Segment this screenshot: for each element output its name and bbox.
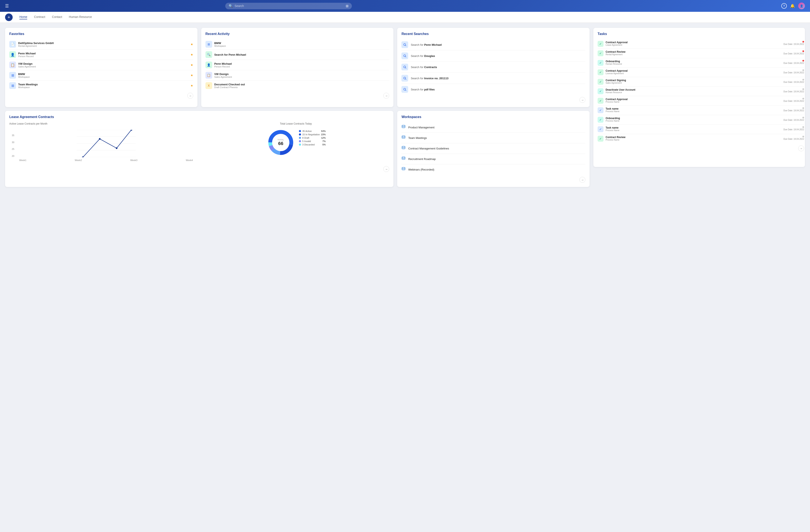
legend-pct: 5% (322, 143, 326, 146)
task-check-icon: ✓ (598, 136, 603, 142)
favorites-list-item[interactable]: 📋 VW Design Sales Agreement ★ (9, 60, 193, 70)
task-right: Due Date: 19.04.2022 (783, 69, 804, 74)
activity-list-item[interactable]: 👤 Penn Michael Person Record (206, 60, 389, 70)
task-list-item[interactable]: ✓ Task name Process Name Due Date: 19.04… (598, 124, 804, 134)
search-list-item[interactable]: Search for Douglas (401, 50, 585, 62)
activity-more-button[interactable]: → (383, 93, 389, 99)
task-right: Due Date: 19.04.2022 (783, 98, 804, 102)
svg-point-0 (404, 44, 406, 46)
donut-chart: TOTAL 66 (266, 128, 295, 157)
workspace-list-item[interactable]: Product Management (401, 122, 585, 133)
favorites-list-item[interactable]: ⊞ BMW Workspace ★ (9, 70, 193, 81)
search-item-icon (401, 86, 408, 93)
task-due-date: Due Date: 19.04.2022 (783, 119, 804, 121)
help-icon[interactable]: ? (781, 3, 787, 9)
favorites-list-item[interactable]: 📄 DellOptima Services GmbH Rental Agreem… (9, 39, 193, 50)
task-list-item[interactable]: ✓ Contract Approval License Agreement Du… (598, 68, 804, 77)
searches-more-button[interactable]: → (580, 97, 585, 103)
legend-dot (299, 133, 301, 135)
search-list-item[interactable]: Search for Penn Michael (401, 39, 585, 50)
task-due-date: Due Date: 19.04.2022 (783, 71, 804, 74)
fav-icon: ⊞ (9, 72, 16, 79)
nav-tab-human-resource[interactable]: Human Resource (69, 15, 92, 19)
task-body: Onboarding Process Name (605, 117, 781, 122)
avatar[interactable]: 👤 (798, 2, 805, 9)
recent-activity-title: Recent Activity (206, 32, 389, 36)
task-due-date: Due Date: 19.04.2022 (783, 52, 804, 55)
tasks-list: ✓ Contract Approval Lease Agreement Due … (598, 39, 804, 143)
task-list-item[interactable]: ✓ Contract Approval Lease Agreement Due … (598, 39, 804, 49)
lease-card: Lease Agreement Contracts Active Lease C… (5, 111, 393, 187)
task-due-date: Due Date: 19.04.2022 (783, 43, 804, 45)
search-list-item[interactable]: Search for Contracts (401, 62, 585, 73)
workspace-list-item[interactable]: Recruitment Roadmap (401, 154, 585, 164)
nav-tab-contract[interactable]: Contract (34, 15, 45, 19)
search-list-item[interactable]: Search for pdf files (401, 84, 585, 95)
legend-dot (299, 130, 301, 132)
task-sub: Process Name (605, 129, 781, 132)
activity-text: Penn Michael Person Record (214, 62, 232, 68)
workspace-stack-icon (401, 146, 406, 151)
favorites-more-button[interactable]: → (187, 93, 193, 99)
activity-text: BMW Workspace (214, 41, 226, 47)
search-list-item[interactable]: Search for Invoice no. 201113 (401, 73, 585, 84)
task-right: Due Date: 19.04.2022 (783, 136, 804, 140)
search-icon: 🔍 (229, 4, 233, 8)
fav-sub: Rental Agreement (18, 45, 188, 47)
search-item-icon (401, 52, 408, 59)
task-name: Task name (605, 107, 781, 110)
donut-total-label: TOTAL (278, 139, 284, 141)
task-sub: Process Name (605, 101, 781, 103)
legend-dot (299, 140, 301, 142)
filter-icon[interactable]: ⊞ (346, 4, 349, 8)
activity-sub: Sales Agreement (214, 76, 232, 78)
workspace-list-item[interactable]: Team Meetings (401, 133, 585, 143)
tasks-more-button[interactable]: → (798, 146, 804, 151)
favorites-list: 📄 DellOptima Services GmbH Rental Agreem… (9, 39, 193, 90)
activity-name: BMW (214, 41, 226, 45)
activity-list-item[interactable]: X Document Checked out Draft Contract Ph… (206, 81, 389, 90)
header: ☰ 🔍 ⊞ ? 🔔 👤 (0, 0, 810, 12)
task-list-item[interactable]: ✓ Contract Approval Process Name Due Dat… (598, 96, 804, 105)
task-list-item[interactable]: ✓ Task name Process Name Due Date: 19.04… (598, 105, 804, 115)
task-check-icon: ✓ (598, 79, 603, 85)
task-status-dot (803, 60, 804, 62)
activity-list-item[interactable]: 🔍 Search for Penn Michael (206, 50, 389, 60)
workspace-list-item[interactable]: Webinars (Recorded) (401, 164, 585, 175)
task-body: Contract Review Process Name (605, 136, 781, 141)
task-list-item[interactable]: ✓ Deactivate User Account Human Resource… (598, 87, 804, 96)
menu-icon[interactable]: ☰ (5, 3, 9, 9)
task-check-icon: ✓ (598, 50, 603, 56)
workspace-list-item[interactable]: Contract Management Guidelines (401, 143, 585, 154)
nav-tab-home[interactable]: Home (19, 15, 27, 19)
task-list-item[interactable]: ✓ Onboarding Human Resource Due Date: 19… (598, 58, 804, 68)
task-list-item[interactable]: ✓ Contract Review Rental Agreement Due D… (598, 49, 804, 58)
task-name: Onboarding (605, 117, 781, 120)
favorites-list-item[interactable]: 👤 Penn Michael Person Record ★ (9, 50, 193, 60)
activity-name: Penn Michael (214, 62, 232, 65)
task-list-item[interactable]: ✓ Contract Signing Sales Agreement Due D… (598, 77, 804, 87)
legend-label: 8 Draft (302, 137, 309, 139)
fav-name: DellOptima Services GmbH (18, 41, 188, 45)
task-name: Deactivate User Account (605, 88, 781, 91)
task-sub: Sales Agreement (605, 82, 781, 84)
bell-icon[interactable]: 🔔 (790, 4, 795, 8)
add-button[interactable]: + (5, 14, 13, 21)
favorites-list-item[interactable]: ⊞ Team Meetings Workspace ★ (9, 81, 193, 90)
legend-item: 8 Draft 12% (299, 137, 326, 139)
activity-list-item[interactable]: 📋 VW Design Sales Agreement (206, 70, 389, 81)
activity-text: VW Design Sales Agreement (214, 72, 232, 78)
search-item-icon (401, 64, 408, 70)
search-input[interactable] (234, 4, 344, 7)
tasks-title: Tasks (598, 32, 804, 36)
task-status-dot (803, 50, 804, 52)
activity-list-item[interactable]: ⊞ BMW Workspace (206, 39, 389, 50)
task-list-item[interactable]: ✓ Onboarding Process Name Due Date: 19.0… (598, 115, 804, 124)
task-list-item[interactable]: ✓ Contract Review Process Name Due Date:… (598, 134, 804, 143)
lease-more-button[interactable]: → (383, 166, 389, 172)
nav-tab-contact[interactable]: Contact (52, 15, 62, 19)
task-check-icon: ✓ (598, 88, 603, 94)
task-name: Contract Review (605, 50, 781, 53)
fav-sub: Workspace (18, 86, 188, 88)
workspaces-more-button[interactable]: → (580, 177, 585, 183)
